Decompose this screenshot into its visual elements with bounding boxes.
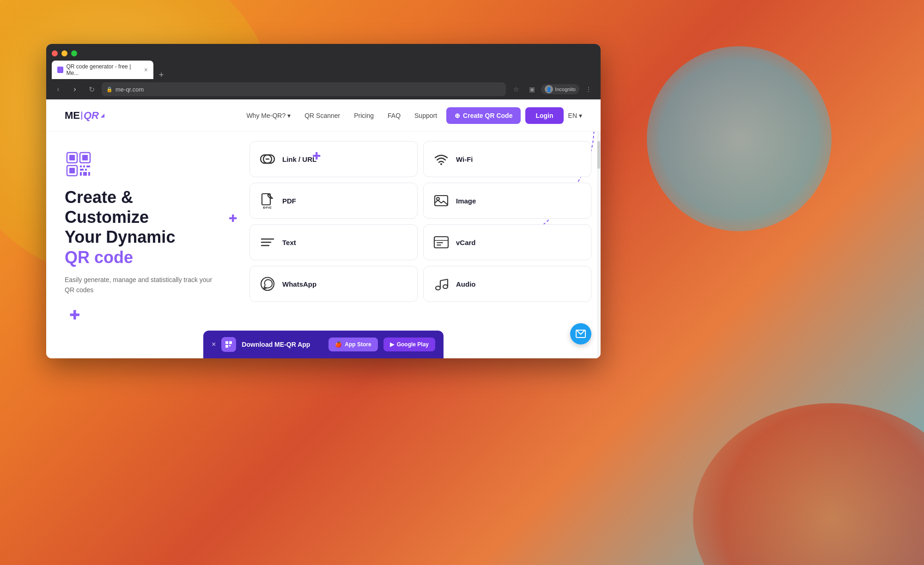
toolbar-actions: ☆ ▣ 👤 Incognito ⋮ [510,83,595,96]
plus-decoration-top: ✚ [312,150,321,162]
tab-favicon [57,67,63,73]
svg-rect-9 [80,169,84,171]
mail-icon [575,328,586,339]
svg-rect-11 [80,172,82,176]
svg-rect-35 [225,341,228,344]
chat-button[interactable] [570,323,591,344]
chevron-down-icon: ▾ [287,112,291,119]
svg-rect-38 [229,345,231,346]
scrollbar-thumb [597,141,600,169]
svg-rect-10 [85,169,87,171]
incognito-label: Incognito [555,86,576,92]
qr-type-image[interactable]: Image [423,183,591,219]
qr-type-image-label: Image [456,197,476,205]
url-text: me-qr.com [116,86,144,93]
logo-qr-text: QR [84,110,99,122]
logo-divider [81,111,82,120]
qr-type-pdf[interactable]: PDF PDF [249,183,418,219]
language-selector[interactable]: EN ▾ [568,112,582,119]
svg-rect-6 [80,166,82,167]
nav-faq[interactable]: FAQ [388,112,401,119]
plus-decoration-left: ✚ [229,213,237,225]
hero-qr-icon [65,150,92,178]
logo-me-text: ME [65,110,80,122]
forward-button[interactable]: › [68,83,81,96]
audio-icon [433,276,450,292]
lock-icon: 🔒 [106,86,113,92]
qr-type-whatsapp[interactable]: WhatsApp [249,266,418,302]
scrollbar[interactable] [597,132,601,358]
qr-type-link[interactable]: Link / URL [249,141,418,177]
svg-rect-8 [86,166,90,167]
qr-type-audio-label: Audio [456,280,476,288]
menu-button[interactable]: ⋮ [582,83,595,96]
svg-rect-20 [435,196,448,206]
bookmark-button[interactable]: ☆ [510,83,523,96]
nav-qr-scanner[interactable]: QR Scanner [304,112,340,119]
minimize-window-button[interactable] [61,50,67,56]
site-main: Create & Customize Your Dynamic QR code … [46,132,601,358]
create-qr-code-button[interactable]: ⊕ Create QR Code [446,107,521,124]
nav-why-meqr[interactable]: Why Me-QR? ▾ [246,112,291,119]
qr-type-audio[interactable]: Audio [423,266,591,302]
image-icon [433,192,450,209]
wifi-icon [433,151,450,167]
tab-bar: QR code generator - free | Me... × + [46,62,601,79]
apple-icon: 🍎 [335,341,342,348]
tab-title: QR code generator - free | Me... [66,63,141,76]
svg-rect-12 [83,172,87,176]
svg-line-34 [440,279,448,281]
qr-type-vcard[interactable]: vCard [423,224,591,260]
qr-type-wifi[interactable]: Wi-Fi [423,141,591,177]
close-window-button[interactable] [52,50,58,56]
qr-type-pdf-label: PDF [282,197,296,205]
plus-decoration-1: ✚ [69,307,80,323]
site-navigation: ME QR ◢ Why Me-QR? ▾ QR Scanner Pricing [46,99,601,132]
back-button[interactable]: ‹ [52,83,65,96]
hero-subtitle: Easily generate, manage and statisticall… [65,275,222,295]
logo-corner-mark: ◢ [101,113,104,118]
qr-type-wifi-label: Wi-Fi [456,155,473,163]
sidebar-button[interactable]: ▣ [525,83,538,96]
banner-close-button[interactable]: × [212,340,216,349]
refresh-button[interactable]: ↻ [85,83,98,96]
active-tab[interactable]: QR code generator - free | Me... × [52,61,153,79]
whatsapp-icon [259,276,276,292]
svg-point-30 [436,286,440,290]
qr-type-vcard-label: vCard [456,239,476,246]
qr-type-text-label: Text [282,239,296,246]
google-play-button[interactable]: ▶ Google Play [383,338,435,351]
nav-support[interactable]: Support [414,112,437,119]
browser-titlebar [46,44,601,62]
qr-type-whatsapp-label: WhatsApp [282,280,316,288]
download-banner: × Download ME-QR App 🍎 App Store ▶ Googl… [203,331,444,358]
login-button[interactable]: Login [525,107,563,124]
nav-pricing[interactable]: Pricing [354,112,374,119]
svg-rect-25 [434,237,448,248]
svg-rect-37 [225,345,228,348]
play-icon: ▶ [390,341,394,348]
maximize-window-button[interactable] [71,50,77,56]
nav-links: Why Me-QR? ▾ QR Scanner Pricing FAQ Supp… [246,112,437,119]
browser-window: QR code generator - free | Me... × + ‹ ›… [46,44,601,358]
svg-point-31 [443,285,448,289]
banner-app-icon [221,337,236,352]
text-icon [259,234,276,251]
hero-title: Create & Customize Your Dynamic QR code [65,187,222,267]
qr-type-link-label: Link / URL [282,155,316,163]
new-tab-button[interactable]: + [155,71,168,79]
app-store-button[interactable]: 🍎 App Store [328,338,377,351]
hero-section: Create & Customize Your Dynamic QR code … [46,132,240,358]
svg-rect-36 [229,341,232,344]
link-icon [259,151,276,167]
svg-text:PDF: PDF [263,206,272,209]
site-logo[interactable]: ME QR ◢ [65,110,104,122]
svg-rect-1 [69,155,75,160]
qr-type-text[interactable]: Text [249,224,418,260]
svg-rect-5 [69,168,75,173]
address-bar[interactable]: 🔒 me-qr.com [102,82,506,96]
tab-close-button[interactable]: × [144,66,148,74]
banner-download-text: Download ME-QR App [242,341,323,348]
chevron-down-icon: ▾ [579,112,582,119]
pdf-icon: PDF [259,192,276,209]
